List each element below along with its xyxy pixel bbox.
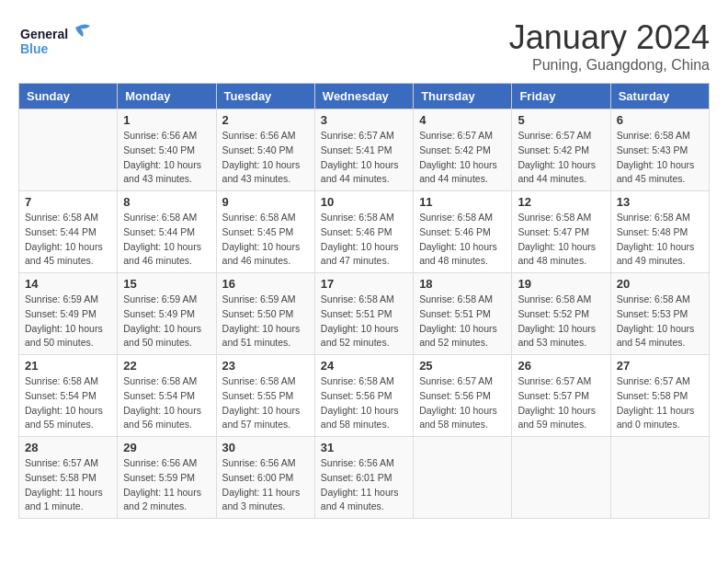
calendar-cell: 13Sunrise: 6:58 AM Sunset: 5:48 PM Dayli…	[610, 191, 709, 273]
calendar-cell: 29Sunrise: 6:56 AM Sunset: 5:59 PM Dayli…	[118, 437, 216, 519]
weekday-header-sunday: Sunday	[19, 84, 118, 109]
day-number: 31	[321, 441, 407, 454]
day-number: 18	[419, 277, 506, 291]
day-number: 1	[123, 113, 210, 127]
day-info: Sunrise: 6:58 AM Sunset: 5:46 PM Dayligh…	[321, 211, 407, 269]
day-info: Sunrise: 6:57 AM Sunset: 5:41 PM Dayligh…	[321, 129, 407, 187]
calendar-cell: 22Sunrise: 6:58 AM Sunset: 5:54 PM Dayli…	[118, 355, 216, 437]
calendar-cell	[512, 437, 610, 519]
day-info: Sunrise: 6:58 AM Sunset: 5:44 PM Dayligh…	[123, 211, 210, 269]
svg-text:General: General	[20, 27, 68, 41]
week-row-5: 28Sunrise: 6:57 AM Sunset: 5:58 PM Dayli…	[19, 437, 710, 519]
day-number: 22	[123, 359, 210, 373]
day-number: 24	[321, 359, 407, 373]
day-info: Sunrise: 6:58 AM Sunset: 5:53 PM Dayligh…	[617, 293, 703, 350]
day-info: Sunrise: 6:58 AM Sunset: 5:44 PM Dayligh…	[25, 211, 111, 269]
day-info: Sunrise: 6:57 AM Sunset: 5:57 PM Dayligh…	[518, 374, 604, 432]
calendar-cell: 23Sunrise: 6:58 AM Sunset: 5:55 PM Dayli…	[216, 355, 314, 437]
week-row-1: 1Sunrise: 6:56 AM Sunset: 5:40 PM Daylig…	[19, 109, 710, 191]
day-number: 4	[419, 113, 506, 127]
day-info: Sunrise: 6:58 AM Sunset: 5:54 PM Dayligh…	[123, 374, 210, 432]
day-number: 27	[617, 359, 703, 373]
weekday-header-row: SundayMondayTuesdayWednesdayThursdayFrid…	[19, 84, 710, 109]
month-title: January 2024	[509, 18, 710, 57]
day-number: 6	[617, 113, 703, 127]
day-number: 3	[321, 113, 407, 127]
calendar-cell: 6Sunrise: 6:58 AM Sunset: 5:43 PM Daylig…	[610, 109, 709, 191]
day-number: 20	[617, 277, 703, 291]
day-info: Sunrise: 6:58 AM Sunset: 5:51 PM Dayligh…	[321, 293, 407, 350]
calendar-cell: 10Sunrise: 6:58 AM Sunset: 5:46 PM Dayli…	[314, 191, 413, 273]
calendar-cell: 8Sunrise: 6:58 AM Sunset: 5:44 PM Daylig…	[118, 191, 216, 273]
day-number: 16	[222, 277, 309, 291]
calendar-cell: 24Sunrise: 6:58 AM Sunset: 5:56 PM Dayli…	[314, 355, 413, 437]
day-number: 26	[518, 359, 604, 373]
calendar-cell: 17Sunrise: 6:58 AM Sunset: 5:51 PM Dayli…	[314, 273, 413, 355]
calendar-cell: 12Sunrise: 6:58 AM Sunset: 5:47 PM Dayli…	[512, 191, 610, 273]
calendar-cell: 4Sunrise: 6:57 AM Sunset: 5:42 PM Daylig…	[414, 109, 512, 191]
day-number: 2	[222, 113, 309, 127]
day-number: 28	[25, 441, 111, 454]
day-info: Sunrise: 6:59 AM Sunset: 5:50 PM Dayligh…	[222, 293, 309, 350]
calendar-cell: 11Sunrise: 6:58 AM Sunset: 5:46 PM Dayli…	[414, 191, 512, 273]
day-number: 17	[321, 277, 407, 291]
calendar-cell	[414, 437, 512, 519]
calendar-cell: 28Sunrise: 6:57 AM Sunset: 5:58 PM Dayli…	[19, 437, 118, 519]
calendar-cell: 2Sunrise: 6:56 AM Sunset: 5:40 PM Daylig…	[216, 109, 314, 191]
day-info: Sunrise: 6:56 AM Sunset: 6:00 PM Dayligh…	[222, 456, 309, 514]
title-area: January 2024 Puning, Guangdong, China	[509, 18, 710, 74]
day-info: Sunrise: 6:56 AM Sunset: 6:01 PM Dayligh…	[321, 456, 407, 514]
day-number: 21	[25, 359, 111, 373]
day-info: Sunrise: 6:58 AM Sunset: 5:56 PM Dayligh…	[321, 374, 407, 432]
day-info: Sunrise: 6:56 AM Sunset: 5:40 PM Dayligh…	[123, 129, 210, 187]
week-row-4: 21Sunrise: 6:58 AM Sunset: 5:54 PM Dayli…	[19, 355, 710, 437]
day-info: Sunrise: 6:58 AM Sunset: 5:46 PM Dayligh…	[419, 211, 506, 269]
calendar-cell: 27Sunrise: 6:57 AM Sunset: 5:58 PM Dayli…	[610, 355, 709, 437]
day-number: 8	[123, 195, 210, 209]
calendar-cell	[610, 437, 709, 519]
day-info: Sunrise: 6:58 AM Sunset: 5:55 PM Dayligh…	[222, 374, 309, 432]
day-info: Sunrise: 6:57 AM Sunset: 5:58 PM Dayligh…	[617, 374, 703, 432]
day-number: 12	[518, 195, 604, 209]
day-info: Sunrise: 6:57 AM Sunset: 5:56 PM Dayligh…	[419, 374, 506, 432]
page-header: General Blue January 2024 Puning, Guangd…	[18, 18, 710, 74]
day-info: Sunrise: 6:58 AM Sunset: 5:52 PM Dayligh…	[518, 293, 604, 350]
weekday-header-saturday: Saturday	[610, 84, 709, 109]
calendar-cell: 18Sunrise: 6:58 AM Sunset: 5:51 PM Dayli…	[414, 273, 512, 355]
weekday-header-tuesday: Tuesday	[216, 84, 314, 109]
calendar-table: SundayMondayTuesdayWednesdayThursdayFrid…	[18, 83, 710, 519]
day-info: Sunrise: 6:58 AM Sunset: 5:54 PM Dayligh…	[25, 374, 111, 432]
weekday-header-wednesday: Wednesday	[314, 84, 413, 109]
day-number: 11	[419, 195, 506, 209]
day-number: 5	[518, 113, 604, 127]
calendar-cell: 3Sunrise: 6:57 AM Sunset: 5:41 PM Daylig…	[314, 109, 413, 191]
logo: General Blue	[18, 18, 92, 64]
calendar-cell: 30Sunrise: 6:56 AM Sunset: 6:00 PM Dayli…	[216, 437, 314, 519]
day-number: 13	[617, 195, 703, 209]
day-number: 14	[25, 277, 111, 291]
day-info: Sunrise: 6:59 AM Sunset: 5:49 PM Dayligh…	[123, 293, 210, 350]
day-info: Sunrise: 6:57 AM Sunset: 5:42 PM Dayligh…	[419, 129, 506, 187]
day-info: Sunrise: 6:58 AM Sunset: 5:48 PM Dayligh…	[617, 211, 703, 269]
day-number: 23	[222, 359, 309, 373]
day-number: 30	[222, 441, 309, 454]
day-number: 25	[419, 359, 506, 373]
day-info: Sunrise: 6:56 AM Sunset: 5:40 PM Dayligh…	[222, 129, 309, 187]
calendar-cell: 1Sunrise: 6:56 AM Sunset: 5:40 PM Daylig…	[118, 109, 216, 191]
week-row-2: 7Sunrise: 6:58 AM Sunset: 5:44 PM Daylig…	[19, 191, 710, 273]
calendar-cell: 15Sunrise: 6:59 AM Sunset: 5:49 PM Dayli…	[118, 273, 216, 355]
calendar-cell: 26Sunrise: 6:57 AM Sunset: 5:57 PM Dayli…	[512, 355, 610, 437]
calendar-cell: 9Sunrise: 6:58 AM Sunset: 5:45 PM Daylig…	[216, 191, 314, 273]
calendar-cell: 19Sunrise: 6:58 AM Sunset: 5:52 PM Dayli…	[512, 273, 610, 355]
day-info: Sunrise: 6:58 AM Sunset: 5:47 PM Dayligh…	[518, 211, 604, 269]
calendar-cell	[19, 109, 118, 191]
weekday-header-thursday: Thursday	[414, 84, 512, 109]
calendar-cell: 5Sunrise: 6:57 AM Sunset: 5:42 PM Daylig…	[512, 109, 610, 191]
day-number: 29	[123, 441, 210, 454]
day-number: 19	[518, 277, 604, 291]
calendar-cell: 16Sunrise: 6:59 AM Sunset: 5:50 PM Dayli…	[216, 273, 314, 355]
day-number: 10	[321, 195, 407, 209]
calendar-cell: 21Sunrise: 6:58 AM Sunset: 5:54 PM Dayli…	[19, 355, 118, 437]
location: Puning, Guangdong, China	[509, 57, 710, 74]
day-number: 15	[123, 277, 210, 291]
